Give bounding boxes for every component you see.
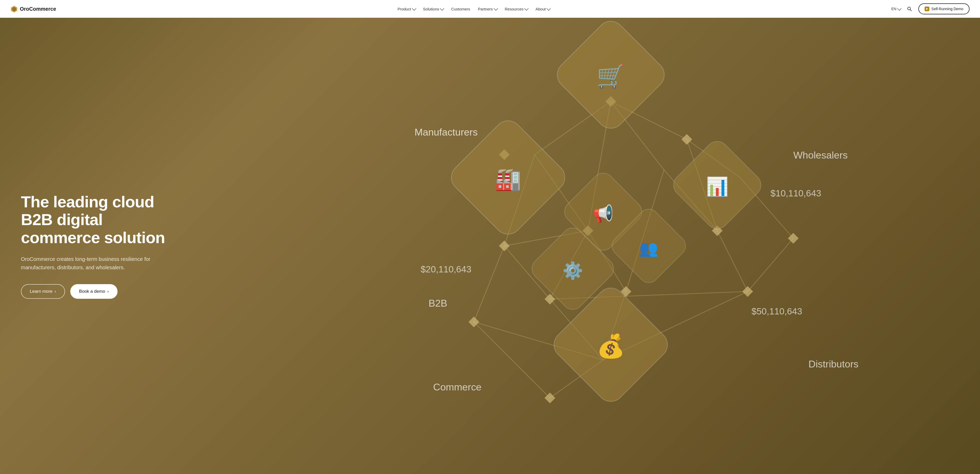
search-icon (907, 6, 912, 11)
hero-diagram: 🛒 🏭 📢 ⚙️ 👥 (196, 18, 980, 474)
svg-text:$50,110,643: $50,110,643 (751, 306, 802, 316)
chevron-down-icon (524, 6, 529, 11)
svg-text:$20,110,643: $20,110,643 (420, 264, 471, 274)
chevron-down-icon (897, 6, 902, 11)
navbar: OroCommerce Product Solutions Customers … (0, 0, 980, 18)
svg-text:Commerce: Commerce (433, 382, 481, 393)
nav-item-partners[interactable]: Partners (475, 5, 500, 13)
svg-text:Distributors: Distributors (808, 359, 858, 369)
chevron-down-icon (493, 6, 498, 11)
nav-item-customers[interactable]: Customers (448, 5, 473, 13)
chevron-down-icon (412, 6, 416, 11)
demo-button-icon (924, 6, 929, 11)
logo-icon (10, 5, 18, 13)
nav-right: EN Self-Running Demo (891, 3, 970, 14)
svg-text:Manufacturers: Manufacturers (415, 127, 478, 138)
svg-rect-36 (742, 286, 753, 297)
chevron-down-icon (546, 6, 551, 11)
nav-item-resources[interactable]: Resources (502, 5, 531, 13)
svg-point-2 (908, 7, 910, 10)
arrow-icon: › (107, 289, 109, 294)
demo-button[interactable]: Self-Running Demo (918, 3, 970, 14)
svg-text:$10,110,643: $10,110,643 (770, 188, 821, 198)
nav-item-product[interactable]: Product (395, 5, 418, 13)
svg-line-3 (910, 10, 912, 11)
hero-section: The leading cloud B2B digital commerce s… (0, 0, 980, 474)
hero-content: The leading cloud B2B digital commerce s… (0, 177, 196, 315)
logo-link[interactable]: OroCommerce (10, 5, 56, 13)
chevron-down-icon (440, 6, 444, 11)
hero-subtitle: OroCommerce creates long-term business r… (21, 255, 167, 272)
svg-text:⚙️: ⚙️ (562, 261, 583, 280)
svg-text:Wholesalers: Wholesalers (793, 150, 848, 161)
svg-text:📊: 📊 (706, 176, 729, 197)
hero-buttons: Learn more › Book a demo › (21, 284, 175, 299)
learn-more-button[interactable]: Learn more › (21, 284, 65, 299)
svg-line-23 (748, 238, 793, 291)
svg-line-19 (474, 246, 504, 322)
nav-item-solutions[interactable]: Solutions (420, 5, 447, 13)
nav-item-about[interactable]: About (532, 5, 553, 13)
svg-text:👥: 👥 (639, 240, 658, 258)
svg-text:📢: 📢 (593, 204, 614, 224)
search-button[interactable] (905, 4, 914, 14)
svg-marker-4 (926, 8, 928, 10)
svg-rect-33 (499, 240, 509, 251)
nav-links: Product Solutions Customers Partners Res… (395, 5, 553, 13)
diagram-svg: 🛒 🏭 📢 ⚙️ 👥 (196, 18, 980, 474)
svg-text:💰: 💰 (597, 333, 625, 359)
svg-line-15 (717, 231, 748, 291)
svg-rect-34 (681, 134, 692, 145)
hero-title: The leading cloud B2B digital commerce s… (21, 193, 175, 247)
language-selector[interactable]: EN (891, 7, 900, 11)
svg-text:🏭: 🏭 (495, 167, 521, 192)
arrow-icon: › (54, 289, 56, 294)
svg-text:🛒: 🛒 (597, 63, 625, 89)
logo-text: OroCommerce (20, 6, 56, 12)
svg-text:B2B: B2B (429, 298, 447, 309)
book-demo-button[interactable]: Book a demo › (70, 284, 118, 299)
